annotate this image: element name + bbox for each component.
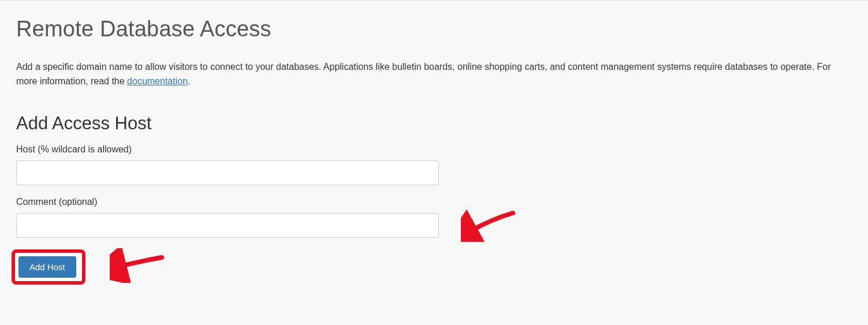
host-input[interactable] bbox=[16, 160, 439, 185]
add-host-button[interactable]: Add Host bbox=[18, 256, 76, 278]
description-text-2: . bbox=[188, 76, 190, 86]
host-label: Host (% wildcard is allowed) bbox=[16, 144, 852, 155]
documentation-link[interactable]: documentation bbox=[127, 76, 188, 86]
annotation-arrow-icon bbox=[461, 207, 519, 242]
section-heading: Add Access Host bbox=[16, 113, 852, 134]
page-description: Add a specific domain name to allow visi… bbox=[16, 60, 852, 89]
annotation-highlight-box: Add Host bbox=[12, 249, 85, 285]
comment-input[interactable] bbox=[16, 213, 439, 238]
comment-label: Comment (optional) bbox=[16, 197, 852, 207]
page-title: Remote Database Access bbox=[16, 17, 852, 42]
annotation-arrow-icon bbox=[110, 248, 167, 283]
